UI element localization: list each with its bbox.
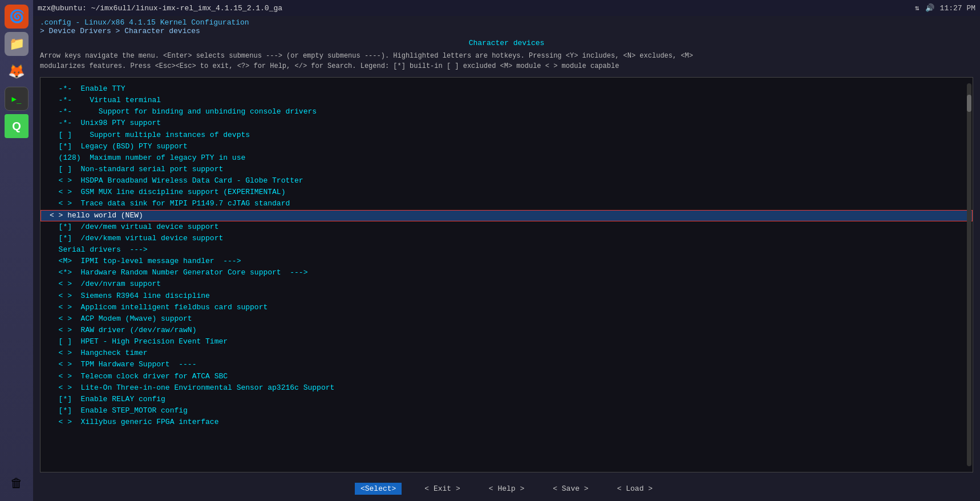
menu-item-dev-mem[interactable]: [*] /dev/mem virtual device support [41,221,973,233]
menu-item-max-legacy-pty[interactable]: (128) Maximum number of legacy PTY in us… [41,152,973,164]
page-title: Character devices [33,38,980,49]
sidebar: 🌀 📁 🦊 ▶_ Q 🗑 [0,0,33,501]
main-area: mzx@ubuntu: ~/imx6ull/linux-imx-rel_imx_… [33,0,980,501]
menu-content-area: -*- Enable TTY -*- Virtual terminal -*- … [40,77,973,472]
sound-icon: 🔊 [925,3,934,13]
sidebar-icon-ubuntu[interactable]: 🌀 [5,5,29,29]
menu-item-trace-data[interactable]: < > Trace data sink for MIPI P1149.7 cJT… [41,198,973,209]
scrollbar-thumb[interactable] [967,95,971,112]
menu-item-serial-drivers[interactable]: Serial drivers ---> [41,244,973,256]
menu-item-binding-console[interactable]: -*- Support for binding and unbinding co… [41,106,973,118]
select-button[interactable]: <Select> [355,483,402,495]
titlebar: mzx@ubuntu: ~/imx6ull/linux-imx-rel_imx_… [33,0,980,16]
menu-item-step-motor[interactable]: [*] Enable STEP_MOTOR config [41,405,973,417]
menu-item-unix98-pty[interactable]: -*- Unix98 PTY support [41,118,973,129]
menu-item-hello-world[interactable]: < > hello world (NEW) [41,210,973,221]
menu-item-hw-random[interactable]: <*> Hardware Random Number Generator Cor… [41,267,973,278]
menu-item-lite-on[interactable]: < > Lite-On Three-in-one Environmental S… [41,382,973,394]
window-title: mzx@ubuntu: ~/imx6ull/linux-imx-rel_imx_… [38,4,282,13]
menu-item-hpet[interactable]: [ ] HPET - High Precision Event Timer [41,336,973,348]
menu-item-hsdpa[interactable]: < > HSDPA Broadband Wireless Data Card -… [41,175,973,187]
menu-item-enable-relay[interactable]: [*] Enable RELAY config [41,394,973,405]
scrollbar[interactable] [967,83,971,466]
menu-item-non-standard-serial[interactable]: [ ] Non-standard serial port support [41,164,973,175]
bottom-bar: <Select> < Exit > < Help > < Save > < Lo… [33,476,980,501]
ubuntu-icon: 🌀 [9,9,25,25]
network-icon: ⇅ [915,3,920,13]
breadcrumb: > Device Drivers > Character devices [40,27,973,35]
menu-list: -*- Enable TTY -*- Virtual terminal -*- … [41,78,973,434]
menu-item-dev-kmem[interactable]: [*] /dev/kmem virtual device support [41,233,973,244]
menu-item-telecom-clock[interactable]: < > Telecom clock driver for ATCA SBC [41,371,973,382]
help-button[interactable]: < Help > [483,483,530,495]
sidebar-icon-qt[interactable]: Q [5,114,29,138]
menu-item-multiple-devpts[interactable]: [ ] Support multiple instances of devpts [41,130,973,141]
menu-item-dev-nvram[interactable]: < > /dev/nvram support [41,278,973,290]
firefox-icon: 🦊 [8,63,25,80]
sidebar-icon-terminal[interactable]: ▶_ [5,87,29,111]
qt-icon: Q [12,120,21,133]
menu-item-hangcheck[interactable]: < > Hangcheck timer [41,348,973,359]
menu-item-legacy-bsd[interactable]: [*] Legacy (BSD) PTY support [41,141,973,152]
terminal-icon: ▶_ [12,94,22,103]
menu-item-siemens[interactable]: < > Siemens R3964 line discipline [41,290,973,302]
menu-item-tpm[interactable]: < > TPM Hardware Support ---- [41,359,973,370]
menu-item-gsm-mux[interactable]: < > GSM MUX line discipline support (EXP… [41,187,973,198]
menu-item-enable-tty[interactable]: -*- Enable TTY [41,83,973,95]
titlebar-right: ⇅ 🔊 11:27 PM [915,3,975,13]
config-line: .config - Linux/x86 4.1.15 Kernel Config… [40,18,973,27]
sidebar-icon-files[interactable]: 📁 [5,32,29,56]
menu-item-xillybus[interactable]: < > Xillybus generic FPGA interface [41,417,973,428]
exit-button[interactable]: < Exit > [419,483,465,495]
menu-item-applicom[interactable]: < > Applicom intelligent fieldbus card s… [41,302,973,313]
files-icon: 📁 [9,37,25,52]
sidebar-icon-trash[interactable]: 🗑 [5,471,29,495]
load-button[interactable]: < Load > [612,483,658,495]
help-line-2: modularizes features. Press <Esc><Esc> t… [40,61,973,71]
menu-item-acp-modem[interactable]: < > ACP Modem (Mwave) support [41,313,973,325]
sidebar-icon-firefox[interactable]: 🦊 [5,59,29,83]
menu-item-raw-driver[interactable]: < > RAW driver (/dev/raw/rawN) [41,325,973,336]
trash-icon: 🗑 [10,476,23,491]
terminal-window: .config - Linux/x86 4.1.15 Kernel Config… [33,16,980,501]
help-line-1: Arrow keys navigate the menu. <Enter> se… [40,51,973,61]
menu-item-virtual-terminal[interactable]: -*- Virtual terminal [41,95,973,106]
help-text: Arrow keys navigate the menu. <Enter> se… [33,49,980,74]
save-button[interactable]: < Save > [547,483,594,495]
breadcrumb-bar: .config - Linux/x86 4.1.15 Kernel Config… [33,16,980,38]
clock: 11:27 PM [940,4,975,13]
menu-item-ipmi[interactable]: <M> IPMI top-level message handler ---> [41,256,973,267]
